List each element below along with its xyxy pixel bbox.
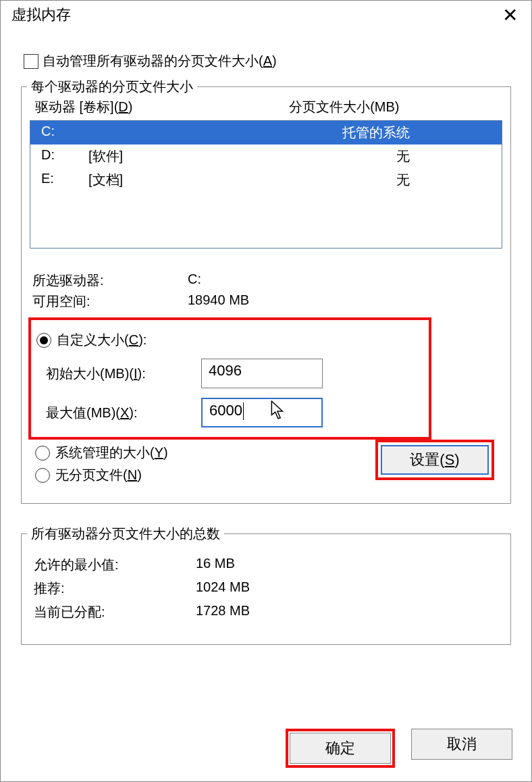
available-space-value: 18940 MB xyxy=(188,292,249,311)
selected-drive-info: 所选驱动器: C: 可用空间: 18940 MB xyxy=(32,271,500,311)
initial-size-input[interactable]: 4096 xyxy=(201,359,323,388)
list-item[interactable]: E: [文档] 无 xyxy=(30,168,502,192)
radio-icon xyxy=(36,333,51,348)
ok-button[interactable]: 确定 xyxy=(290,733,391,764)
dialog-body: 自动管理所有驱动器的分页文件大小(A) 每个驱动器的分页文件大小 驱动器 [卷标… xyxy=(1,32,531,718)
dialog-title: 虚拟内存 xyxy=(11,5,71,25)
highlight-set-button: 设置(S) xyxy=(375,440,494,480)
close-icon[interactable]: ✕ xyxy=(494,5,526,26)
header-size: 分页文件大小(MB) xyxy=(289,98,497,116)
highlight-custom-size: 自定义大小(C): 初始大小(MB)(I): 4096 最大值(MB)(X): xyxy=(28,317,431,440)
radio-icon xyxy=(35,468,50,483)
recommended-value: 1024 MB xyxy=(196,579,250,598)
highlight-ok-button: 确定 xyxy=(286,729,395,768)
title-bar: 虚拟内存 ✕ xyxy=(1,1,531,32)
cancel-button[interactable]: 取消 xyxy=(411,729,512,760)
radio-icon xyxy=(35,446,50,461)
currently-allocated-value: 1728 MB xyxy=(196,603,250,621)
currently-allocated-label: 当前已分配: xyxy=(34,603,196,621)
min-allowed-label: 允许的最小值: xyxy=(34,556,196,574)
list-item[interactable]: C: 托管的系统 xyxy=(30,121,502,145)
radio-none-label: 无分页文件(N) xyxy=(55,466,142,484)
totals-group: 所有驱动器分页文件大小的总数 允许的最小值: 16 MB 推荐: 1024 MB… xyxy=(21,533,511,645)
dialog-footer: 确定 取消 xyxy=(1,718,531,781)
initial-size-label: 初始大小(MB)(I): xyxy=(46,365,201,383)
radio-system-label: 系统管理的大小(Y) xyxy=(55,444,168,462)
selected-drive-label: 所选驱动器: xyxy=(32,271,188,290)
virtual-memory-dialog: 虚拟内存 ✕ 自动管理所有驱动器的分页文件大小(A) 每个驱动器的分页文件大小 … xyxy=(0,0,532,782)
per-drive-legend: 每个驱动器的分页文件大小 xyxy=(27,78,197,96)
min-allowed-value: 16 MB xyxy=(196,556,235,574)
drive-list-header: 驱动器 [卷标](D) 分页文件大小(MB) xyxy=(30,97,502,120)
recommended-label: 推荐: xyxy=(34,579,196,598)
available-space-label: 可用空间: xyxy=(32,292,188,311)
set-button[interactable]: 设置(S) xyxy=(381,445,489,475)
selected-drive-value: C: xyxy=(188,271,201,290)
set-button-wrap: 设置(S) xyxy=(375,440,494,480)
max-size-input[interactable]: 6000 xyxy=(201,398,323,427)
auto-manage-label: 自动管理所有驱动器的分页文件大小(A) xyxy=(43,52,277,70)
totals-legend: 所有驱动器分页文件大小的总数 xyxy=(27,525,224,543)
radio-custom-size[interactable]: 自定义大小(C): xyxy=(36,331,423,349)
radio-custom-label: 自定义大小(C): xyxy=(57,331,147,349)
per-drive-group: 每个驱动器的分页文件大小 驱动器 [卷标](D) 分页文件大小(MB) C: 托… xyxy=(21,86,511,504)
checkbox-icon xyxy=(24,54,38,69)
drive-list[interactable]: C: 托管的系统 D: [软件] 无 E: [文档] 无 xyxy=(30,120,502,249)
list-item[interactable]: D: [软件] 无 xyxy=(30,145,502,168)
header-drive: 驱动器 [卷标](D) xyxy=(35,98,289,116)
max-size-label: 最大值(MB)(X): xyxy=(46,404,201,422)
auto-manage-checkbox[interactable]: 自动管理所有驱动器的分页文件大小(A) xyxy=(24,52,511,70)
mouse-cursor-icon xyxy=(269,400,287,421)
